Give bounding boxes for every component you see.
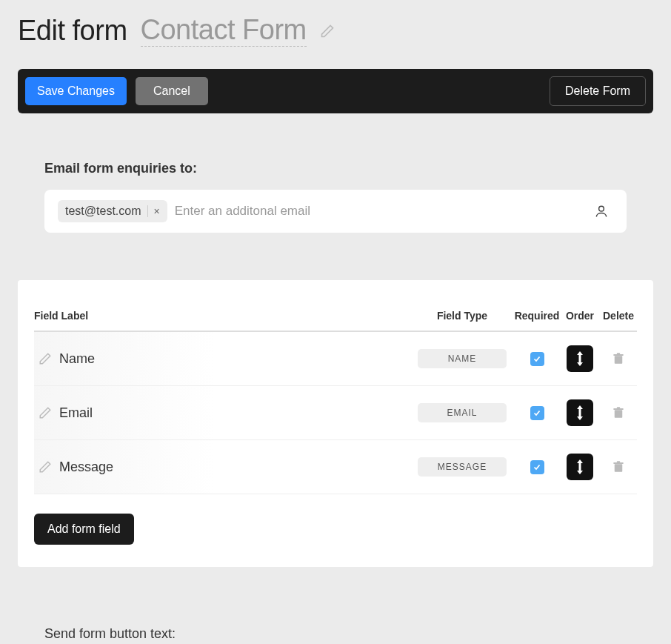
required-checkbox[interactable] — [530, 460, 544, 474]
header-order: Order — [560, 310, 600, 322]
email-chip: test@test.com × — [58, 200, 167, 222]
chip-remove-icon[interactable]: × — [154, 205, 160, 217]
drag-handle-icon[interactable] — [567, 399, 593, 426]
required-cell — [514, 406, 560, 420]
pencil-icon[interactable] — [34, 460, 56, 474]
field-type-badge: EMAIL — [418, 403, 507, 422]
trash-icon[interactable] — [600, 460, 637, 474]
header-required: Required — [514, 310, 560, 322]
send-button-panel: Send form button text: — [18, 600, 653, 642]
order-cell — [560, 345, 600, 372]
svg-rect-18 — [617, 461, 621, 462]
email-input-wrap[interactable]: test@test.com × — [44, 190, 627, 233]
fields-header: Field Label Field Type Required Order De… — [34, 310, 637, 332]
order-cell — [560, 454, 600, 480]
pencil-icon[interactable] — [320, 24, 335, 39]
action-bar: Save Changes Cancel Delete Form — [18, 69, 653, 113]
svg-marker-3 — [577, 362, 583, 366]
table-row: Message MESSAGE — [34, 440, 637, 494]
svg-rect-14 — [579, 463, 581, 471]
save-button[interactable]: Save Changes — [25, 77, 127, 105]
svg-rect-17 — [613, 462, 624, 464]
svg-rect-4 — [615, 356, 623, 364]
svg-marker-7 — [577, 405, 583, 409]
field-type-badge: MESSAGE — [418, 457, 507, 477]
email-additional-input[interactable] — [175, 204, 582, 219]
svg-rect-5 — [613, 354, 624, 356]
svg-rect-6 — [617, 353, 621, 354]
svg-rect-16 — [615, 464, 623, 472]
svg-rect-12 — [617, 407, 621, 408]
trash-icon[interactable] — [600, 352, 637, 365]
table-row: Email EMAIL — [34, 386, 637, 440]
page-header: Edit form Contact Form — [0, 0, 671, 69]
required-checkbox[interactable] — [530, 352, 544, 366]
svg-rect-8 — [579, 409, 581, 416]
svg-rect-10 — [615, 410, 623, 418]
drag-handle-icon[interactable] — [567, 454, 593, 480]
svg-marker-9 — [577, 416, 583, 420]
send-button-panel-label: Send form button text: — [44, 626, 627, 642]
email-panel: Email form enquiries to: test@test.com × — [18, 134, 653, 259]
page-title: Edit form — [18, 15, 127, 47]
svg-point-0 — [599, 206, 604, 211]
header-type: Field Type — [418, 310, 507, 322]
svg-marker-1 — [577, 351, 583, 355]
user-icon[interactable] — [590, 204, 613, 219]
svg-rect-11 — [613, 408, 624, 410]
email-chip-text: test@test.com — [65, 205, 141, 218]
field-label[interactable]: Email — [56, 405, 418, 421]
order-cell — [560, 399, 600, 426]
pencil-icon[interactable] — [34, 352, 56, 365]
required-checkbox[interactable] — [530, 406, 544, 420]
trash-icon[interactable] — [600, 406, 637, 419]
field-type-badge: NAME — [418, 349, 507, 368]
table-row: Name NAME — [34, 332, 637, 386]
required-cell — [514, 352, 560, 366]
delete-form-button[interactable]: Delete Form — [550, 76, 646, 106]
svg-rect-2 — [579, 355, 581, 362]
svg-marker-13 — [577, 459, 583, 463]
pencil-icon[interactable] — [34, 406, 56, 419]
cancel-button[interactable]: Cancel — [136, 77, 208, 105]
header-label: Field Label — [34, 310, 418, 322]
add-field-button[interactable]: Add form field — [34, 514, 134, 545]
header-delete: Delete — [600, 310, 637, 322]
field-label[interactable]: Name — [56, 351, 418, 367]
form-name-editable[interactable]: Contact Form — [141, 15, 307, 47]
fields-table: Field Label Field Type Required Order De… — [18, 280, 653, 567]
drag-handle-icon[interactable] — [567, 345, 593, 372]
required-cell — [514, 460, 560, 474]
svg-marker-15 — [577, 471, 583, 474]
email-panel-label: Email form enquiries to: — [44, 161, 627, 176]
field-label[interactable]: Message — [56, 459, 418, 475]
